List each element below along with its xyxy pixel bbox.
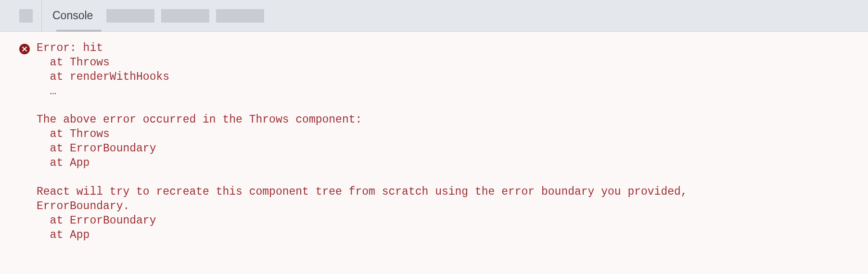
toolbar-placeholder-square: [19, 9, 33, 23]
devtools-toolbar: Console: [0, 0, 868, 32]
tab-indicator: [56, 30, 102, 32]
tab-console[interactable]: Console: [52, 6, 93, 25]
toolbar-divider: [41, 0, 42, 32]
toolbar-placeholder-1: [106, 9, 154, 23]
console-error-message: Error: hit at Throws at renderWithHooks …: [37, 41, 688, 242]
console-content: Error: hit at Throws at renderWithHooks …: [0, 32, 868, 242]
toolbar-placeholder-2: [161, 9, 209, 23]
error-icon: [19, 44, 30, 54]
toolbar-placeholder-3: [216, 9, 264, 23]
